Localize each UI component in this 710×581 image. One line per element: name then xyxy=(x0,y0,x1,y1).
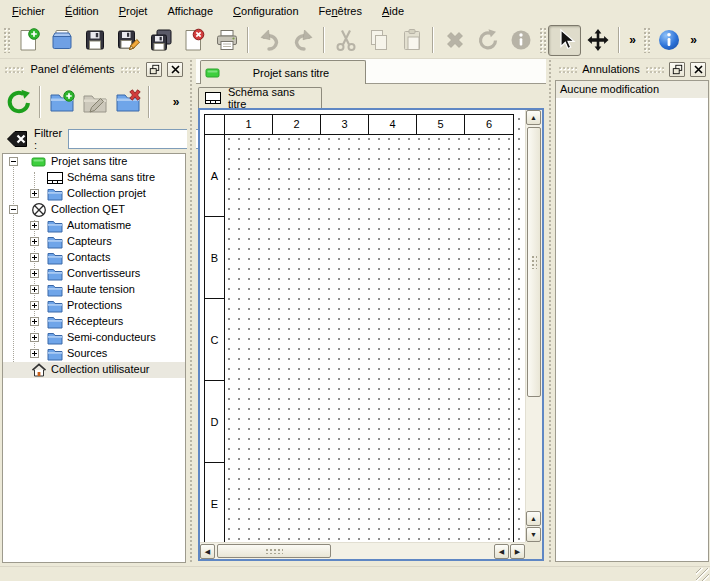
menu-projet[interactable]: Projet xyxy=(109,1,158,21)
expand-icon[interactable] xyxy=(30,237,39,246)
save-all-button[interactable] xyxy=(144,25,177,56)
horizontal-scrollbar[interactable]: ◀ ◀ ▶ xyxy=(200,542,525,559)
scroll-left-button[interactable]: ◀ xyxy=(200,544,215,559)
scroll-right-button[interactable]: ▶ xyxy=(510,544,525,559)
left-splitter[interactable] xyxy=(187,59,196,563)
tree-item-protections[interactable]: Protections xyxy=(3,298,185,314)
tree-item-collection-projet[interactable]: Collection projet xyxy=(3,186,185,202)
tree-item-collection-utilisateur[interactable]: Collection utilisateur xyxy=(3,362,185,378)
filter-label: Filtrer : xyxy=(34,127,62,151)
folder-icon xyxy=(47,346,63,362)
vertical-scroll-thumb[interactable] xyxy=(527,127,541,397)
tree-item-recepteurs[interactable]: Récepteurs xyxy=(3,314,185,330)
toolbar-overflow-button[interactable]: » xyxy=(167,95,185,109)
collapse-icon[interactable] xyxy=(9,205,18,214)
expand-icon[interactable] xyxy=(30,221,39,230)
info-blue-button[interactable] xyxy=(652,25,685,56)
scroll-left-button-2[interactable]: ◀ xyxy=(494,544,509,559)
toolbar-overflow-button[interactable]: » xyxy=(685,27,702,53)
folder-icon xyxy=(47,266,63,282)
menu-configuration[interactable]: Configuration xyxy=(223,1,308,21)
tree-item-sources[interactable]: Sources xyxy=(3,346,185,362)
toolbar-drag-handle[interactable] xyxy=(539,27,546,53)
elements-panel: Panel d'éléments » Filtrer : Projet sans… xyxy=(0,59,187,563)
expand-icon[interactable] xyxy=(30,333,39,342)
select-arrow-button[interactable] xyxy=(548,25,581,56)
refresh-icon xyxy=(6,89,32,115)
tree-item-projet-sans-titre[interactable]: Projet sans titre xyxy=(3,154,185,170)
menu-fenetres[interactable]: Fenêtres xyxy=(309,1,372,21)
folder-edit-button xyxy=(78,83,111,120)
undo-button xyxy=(253,25,286,56)
open-file-button[interactable] xyxy=(45,25,78,56)
scroll-up-button[interactable]: ▲ xyxy=(526,110,541,125)
close-panel-button[interactable] xyxy=(690,62,706,77)
menu-edition[interactable]: Édition xyxy=(55,1,109,21)
tree-item-semi-conducteurs[interactable]: Semi-conducteurs xyxy=(3,330,185,346)
save-button[interactable] xyxy=(78,25,111,56)
tree-item-collection-qet[interactable]: Collection QET xyxy=(3,202,185,218)
expand-icon[interactable] xyxy=(30,349,39,358)
clear-filter-icon xyxy=(6,130,28,148)
tree-item-convertisseurs[interactable]: Convertisseurs xyxy=(3,266,185,282)
expand-icon[interactable] xyxy=(30,253,39,262)
toolbar-drag-handle[interactable] xyxy=(643,27,650,53)
float-panel-button[interactable] xyxy=(146,62,162,77)
print-button[interactable] xyxy=(210,25,243,56)
new-file-button[interactable] xyxy=(12,25,45,56)
clear-filter-button[interactable] xyxy=(6,128,28,150)
tree-item-label: Collection utilisateur xyxy=(51,363,149,375)
tree-item-automatisme[interactable]: Automatisme xyxy=(3,218,185,234)
save-as-button[interactable] xyxy=(111,25,144,56)
menu-fichier[interactable]: Fichier xyxy=(2,1,55,21)
horizontal-scroll-thumb[interactable] xyxy=(217,544,331,558)
menu-affichage[interactable]: Affichage xyxy=(157,1,223,21)
scroll-up-button-2[interactable]: ▲ xyxy=(526,511,541,526)
collapse-icon[interactable] xyxy=(9,157,18,166)
home-icon xyxy=(31,362,47,378)
expand-icon[interactable] xyxy=(30,317,39,326)
elements-panel-titlebar[interactable]: Panel d'éléments xyxy=(0,59,187,79)
close-file-button[interactable] xyxy=(177,25,210,56)
menu-aide[interactable]: Aide xyxy=(372,1,414,21)
folder-edit-icon xyxy=(82,89,108,115)
refresh-button[interactable] xyxy=(2,83,35,120)
paste-icon xyxy=(400,28,424,52)
folder-icon xyxy=(47,186,63,202)
expand-icon[interactable] xyxy=(30,189,39,198)
print-icon xyxy=(215,28,239,52)
undo-panel-titlebar[interactable]: Annulations xyxy=(554,59,710,79)
float-panel-button[interactable] xyxy=(669,62,685,77)
diagram-view[interactable]: 123456 ABCDE ▲ ▲ ▼ ◀ ◀ ▶ xyxy=(198,108,544,561)
select-arrow-icon xyxy=(553,28,577,52)
tree-item-label: Automatisme xyxy=(67,219,131,231)
diagram-canvas[interactable]: 123456 ABCDE xyxy=(200,110,525,542)
tree-item-label: Schéma sans titre xyxy=(67,171,155,183)
scroll-down-button[interactable]: ▼ xyxy=(526,527,541,542)
project-tab-bar: Projet sans titre xyxy=(196,59,546,84)
move-cross-button[interactable] xyxy=(581,25,614,56)
tab-schema[interactable]: Schéma sans titre xyxy=(198,87,322,108)
menu-bar: FichierÉditionProjetAffichageConfigurati… xyxy=(0,0,710,22)
schema-tab-bar: Schéma sans titre xyxy=(196,84,546,108)
resize-grip[interactable] xyxy=(696,568,709,581)
toolbar-overflow-button[interactable]: » xyxy=(624,27,641,53)
tree-item-schema-sans-titre[interactable]: Schéma sans titre xyxy=(3,170,185,186)
undo-list-item[interactable]: Aucune modification xyxy=(556,81,708,98)
vertical-scrollbar[interactable]: ▲ ▲ ▼ xyxy=(525,110,542,542)
filter-row: Filtrer : xyxy=(0,126,187,152)
toolbar-drag-handle[interactable] xyxy=(3,27,10,53)
close-panel-button[interactable] xyxy=(167,62,183,77)
right-splitter[interactable] xyxy=(546,59,554,563)
tree-item-haute-tension[interactable]: Haute tension xyxy=(3,282,185,298)
tree-item-capteurs[interactable]: Capteurs xyxy=(3,234,185,250)
folder-delete-button[interactable] xyxy=(111,83,144,120)
tree-item-contacts[interactable]: Contacts xyxy=(3,250,185,266)
expand-icon[interactable] xyxy=(30,301,39,310)
expand-icon[interactable] xyxy=(30,285,39,294)
expand-icon[interactable] xyxy=(30,269,39,278)
undo-panel-title: Annulations xyxy=(582,63,640,75)
folder-new-button[interactable] xyxy=(45,83,78,120)
tab-project[interactable]: Projet sans titre xyxy=(200,60,366,84)
tree-item-label: Récepteurs xyxy=(67,315,123,327)
